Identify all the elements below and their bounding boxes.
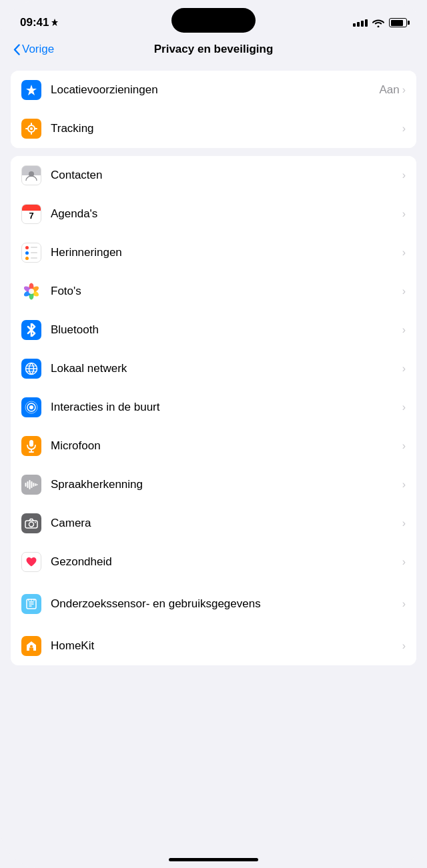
row-gezondheid[interactable]: Gezondheid ›	[11, 543, 416, 581]
herinneringen-label: Herinneringen	[51, 246, 122, 259]
homekit-label: HomeKit	[51, 639, 94, 653]
status-icons	[353, 18, 407, 27]
agendas-label: Agenda's	[51, 207, 97, 221]
row-contacten[interactable]: Contacten ›	[11, 156, 416, 195]
agendas-chevron: ›	[402, 208, 406, 220]
microfoon-label: Microfoon	[51, 439, 101, 453]
spraak-label: Spraakherkenning	[51, 478, 143, 491]
microfoon-chevron: ›	[402, 440, 406, 452]
interacties-chevron: ›	[402, 401, 406, 413]
row-homekit[interactable]: HomeKit ›	[11, 627, 416, 665]
row-interacties[interactable]: Interacties in de buurt ›	[11, 388, 416, 427]
svg-rect-15	[29, 440, 33, 447]
locatie-label: Locatievoorzieningen	[51, 83, 158, 97]
svg-point-26	[29, 522, 34, 527]
settings-group-1: Locatievoorzieningen Aan › Tracking ›	[11, 71, 416, 148]
row-spraak[interactable]: Spraakherkenning ›	[11, 465, 416, 504]
status-time: 09:41	[20, 16, 49, 29]
page-title: Privacy en beveiliging	[154, 43, 274, 56]
herinneringen-chevron: ›	[402, 247, 406, 259]
back-button[interactable]: Vorige	[13, 43, 54, 56]
tracking-icon	[21, 119, 41, 139]
contacten-label: Contacten	[51, 169, 103, 182]
onderzoek-content: Onderzoekssensor- en gebruiksgegevens ›	[51, 597, 406, 612]
camera-icon	[21, 513, 41, 533]
svg-rect-21	[31, 481, 33, 488]
svg-point-29	[30, 645, 33, 648]
fotos-icon	[21, 281, 41, 301]
lokaal-chevron: ›	[402, 363, 406, 375]
row-agendas[interactable]: 7 Agenda's ›	[11, 195, 416, 233]
tracking-right: ›	[402, 123, 406, 135]
gezondheid-chevron: ›	[402, 556, 406, 568]
camera-chevron: ›	[402, 517, 406, 529]
agendas-icon: 7	[21, 204, 41, 224]
interacties-icon	[21, 397, 41, 417]
home-indicator	[169, 858, 258, 861]
camera-label: Camera	[51, 517, 91, 530]
row-locatie[interactable]: Locatievoorzieningen Aan ›	[11, 71, 416, 109]
svg-point-27	[35, 522, 36, 523]
locatie-status: Aan	[379, 83, 399, 97]
contacten-icon	[21, 165, 41, 185]
homekit-icon	[21, 636, 41, 656]
herinneringen-icon	[21, 243, 41, 263]
onderzoek-icon	[21, 594, 41, 614]
row-fotos[interactable]: Foto's ›	[11, 272, 416, 311]
bluetooth-content: Bluetooth ›	[51, 323, 406, 337]
lokaal-label: Lokaal netwerk	[51, 362, 127, 375]
locatie-icon	[21, 80, 41, 100]
fotos-label: Foto's	[51, 285, 81, 298]
battery-icon	[389, 18, 407, 27]
camera-content: Camera ›	[51, 517, 406, 530]
row-herinneringen[interactable]: Herinneringen ›	[11, 233, 416, 272]
locatie-chevron: ›	[402, 84, 406, 96]
row-lokaal[interactable]: Lokaal netwerk ›	[11, 349, 416, 388]
interacties-content: Interacties in de buurt ›	[51, 401, 406, 414]
row-microfoon[interactable]: Microfoon ›	[11, 427, 416, 465]
tracking-chevron: ›	[402, 123, 406, 135]
tracking-content: Tracking ›	[51, 122, 406, 135]
phone-frame: 09:41	[0, 0, 427, 868]
bluetooth-label: Bluetooth	[51, 323, 99, 337]
spraak-content: Spraakherkenning ›	[51, 478, 406, 491]
nav-bar: Vorige Privacy en beveiliging	[0, 36, 427, 63]
wifi-icon	[372, 19, 384, 27]
homekit-content: HomeKit ›	[51, 639, 406, 653]
svg-point-12	[29, 405, 33, 409]
svg-point-10	[29, 289, 34, 294]
onderzoek-label: Onderzoekssensor- en gebruiksgegevens	[51, 597, 261, 612]
signal-bars	[353, 19, 368, 27]
dynamic-island	[171, 8, 256, 33]
onderzoek-chevron: ›	[402, 598, 406, 610]
row-onderzoek[interactable]: Onderzoekssensor- en gebruiksgegevens ›	[11, 581, 416, 627]
microfoon-content: Microfoon ›	[51, 439, 406, 453]
row-bluetooth[interactable]: Bluetooth ›	[11, 311, 416, 349]
herinneringen-content: Herinneringen ›	[51, 246, 406, 259]
homekit-chevron: ›	[402, 640, 406, 652]
svg-rect-23	[35, 483, 37, 486]
locatie-right: Aan ›	[379, 83, 406, 97]
svg-point-1	[30, 127, 33, 130]
row-tracking[interactable]: Tracking ›	[11, 109, 416, 148]
svg-rect-24	[37, 484, 38, 485]
agendas-content: Agenda's ›	[51, 207, 406, 221]
location-status-icon	[51, 19, 58, 27]
interacties-label: Interacties in de buurt	[51, 401, 159, 414]
contacten-content: Contacten ›	[51, 169, 406, 182]
contacten-chevron: ›	[402, 169, 406, 181]
gezondheid-content: Gezondheid ›	[51, 555, 406, 569]
svg-rect-20	[29, 480, 31, 489]
lokaal-content: Lokaal netwerk ›	[51, 362, 406, 375]
gezondheid-icon	[21, 552, 41, 572]
back-chevron-icon	[13, 44, 20, 55]
row-camera[interactable]: Camera ›	[11, 504, 416, 543]
svg-rect-19	[27, 481, 29, 488]
locatie-content: Locatievoorzieningen Aan ›	[51, 83, 406, 97]
gezondheid-label: Gezondheid	[51, 555, 112, 569]
back-label: Vorige	[22, 43, 54, 56]
microfoon-icon	[21, 436, 41, 456]
settings-group-2: Contacten › 7 Agenda's ›	[11, 156, 416, 665]
bluetooth-icon	[21, 320, 41, 340]
spraak-chevron: ›	[402, 479, 406, 491]
